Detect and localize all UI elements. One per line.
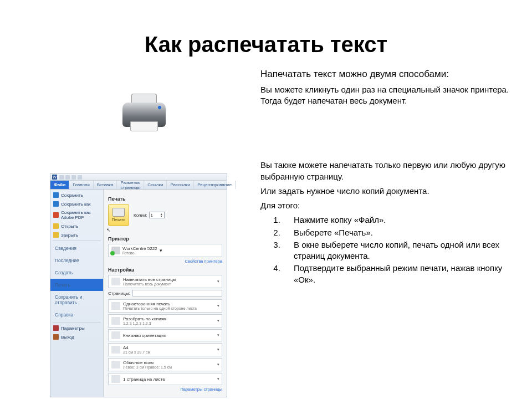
backstage-sidebar: Сохранить Сохранить как Сохранить как Ad… [50,190,104,397]
sidebar-item-info[interactable]: Сведения [50,242,103,254]
sidebar-item-close[interactable]: Закрыть [50,231,103,239]
chevron-down-icon: ▾ [217,362,219,367]
save-icon [53,192,59,198]
sidebar-item-open[interactable]: Открыть [50,222,103,231]
opt-margins[interactable]: Обычные поляЛевое: 3 см Правое: 1,5 см ▾ [108,358,222,371]
settings-heading: Настройка [108,267,222,273]
orientation-icon [111,331,120,339]
chevron-down-icon: ▾ [217,304,219,308]
chevron-down-icon: ▾ [217,333,219,337]
tab-mail[interactable]: Рассылки [167,181,194,189]
paragraph-2c: Для этого: [260,200,510,211]
options-icon [53,325,59,331]
tab-links[interactable]: Ссылки [144,181,167,189]
collate-icon [111,317,120,325]
step-1: Нажмите копку «Файл». [283,214,510,226]
tab-insert[interactable]: Вставка [94,181,117,189]
paragraph-2b: Или задать нужное число копий документа. [260,186,510,197]
paragraph-2a: Вы также можете напечатать только первую… [260,160,510,182]
pages-label: Страницы: [108,291,130,296]
tab-home[interactable]: Главная [69,181,93,189]
sidebar-item-save-as[interactable]: Сохранить как [50,200,103,208]
sidebar-item-help[interactable]: Справка [50,309,103,321]
chevron-down-icon: ▾ [217,347,219,352]
print-heading: Печать [108,196,222,202]
opt-orientation[interactable]: Книжная ориентация ▾ [108,329,222,341]
sidebar-item-save-pdf[interactable]: Сохранить как Adobe PDF [50,208,103,222]
tab-file[interactable]: Файл [50,181,69,189]
printer-status-icon [111,247,120,254]
opt-print-all[interactable]: Напечатать все страницыНапечатать весь д… [108,275,222,288]
sidebar-item-share[interactable]: Сохранить и отправить [50,291,103,309]
printer-select[interactable]: WorkCentre 5222 Готово ▾ [108,244,222,257]
print-panel: Печать Печать Копии: 1 ▲▼ [104,190,227,397]
quick-access-toolbar [59,175,82,180]
printer-heading: Принтер [108,236,222,242]
close-icon [53,232,59,238]
lead-text: Напечатать текст можно двумя способами: [260,68,510,81]
sidebar-item-save[interactable]: Сохранить [50,191,103,200]
opt-one-sided[interactable]: Односторонняя печатьПечатать только на о… [108,299,222,313]
opt-paper-size[interactable]: A421 см x 29,7 см ▾ [108,343,222,356]
chevron-down-icon: ▾ [217,279,219,284]
cursor-icon: ↖ [106,227,222,233]
tab-review[interactable]: Рецензирование [194,181,236,189]
copies-label: Копии: [134,213,147,218]
sidebar-item-new[interactable]: Создать [50,267,103,279]
steps-list: Нажмите копку «Файл». Выберете «Печать».… [283,214,510,285]
word-print-screenshot: W Файл Главная Вставка Разметка страницы… [50,173,227,397]
chevron-down-icon: ▾ [160,248,162,253]
step-3: В окне выберете число копий, печать одно… [283,239,510,262]
opt-pages-per-sheet[interactable]: 1 страница на листе ▾ [108,373,222,385]
printer-icon [112,208,125,217]
sidebar-item-print[interactable]: Печать [50,279,103,291]
chevron-down-icon: ▾ [217,377,219,381]
ribbon-tabs: Файл Главная Вставка Разметка страницы С… [50,181,227,190]
pages-input[interactable] [132,290,222,296]
chevron-down-icon: ▾ [217,319,219,323]
open-icon [53,223,59,229]
tab-layout[interactable]: Разметка страницы [117,181,144,189]
word-app-icon: W [52,175,57,180]
sheet-icon [111,375,120,383]
sidebar-item-exit[interactable]: Выход [50,332,103,341]
page-setup-link[interactable]: Параметры страницы [108,387,222,392]
printer-properties-link[interactable]: Свойства принтера [108,259,222,264]
paragraph-1: Вы можете кликнуть один раз на специальн… [260,84,510,107]
save-as-icon [53,201,59,207]
pdf-icon [53,212,59,218]
step-4: Подтвердите выбранный режим печати, нажа… [283,263,510,285]
copies-stepper[interactable]: 1 ▲▼ [149,212,165,218]
margins-icon [111,361,120,369]
paper-icon [111,346,120,354]
printer-illustration [119,90,169,140]
exit-icon [53,334,59,340]
sidebar-item-recent[interactable]: Последние [50,254,103,267]
sidebar-item-options[interactable]: Параметры [50,324,103,332]
opt-collate[interactable]: Разобрать по копиям1,2,3 1,2,3 1,2,3 ▾ [108,314,222,328]
print-button[interactable]: Печать [108,204,129,226]
page-icon [111,302,120,310]
step-2: Выберете «Печать». [283,227,510,238]
page-title: Как распечатать текст [0,0,532,57]
pages-icon [111,278,120,285]
